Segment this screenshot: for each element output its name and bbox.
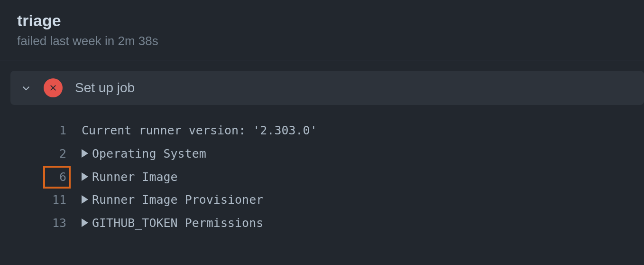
log-text[interactable]: Operating System [82,142,206,166]
log-text[interactable]: Runner Image [82,166,178,189]
log-content: Set up job 1Current runner version: '2.3… [0,60,644,235]
log-line[interactable]: 11Runner Image Provisioner [10,189,644,212]
log-line[interactable]: 13GITHUB_TOKEN Permissions [10,212,644,235]
expand-triangle-icon [82,218,88,227]
line-number[interactable]: 13 [10,212,82,235]
line-number[interactable]: 6 [10,166,82,189]
line-number[interactable]: 2 [10,142,82,166]
chevron-down-icon [20,82,32,94]
job-header: triage failed last week in 2m 38s [0,0,644,60]
line-number[interactable]: 1 [10,119,82,142]
log-text[interactable]: GITHUB_TOKEN Permissions [82,212,263,235]
step-row[interactable]: Set up job [10,71,644,105]
expand-triangle-icon [82,149,88,158]
job-title: triage [17,11,644,30]
step-title: Set up job [75,80,135,95]
job-status: failed last week in 2m 38s [17,34,644,48]
log-line[interactable]: 6Runner Image [10,166,644,189]
expand-triangle-icon [82,195,88,204]
log-line: 1Current runner version: '2.303.0' [10,119,644,142]
log-text[interactable]: Runner Image Provisioner [82,189,263,212]
log-lines-container: 1Current runner version: '2.303.0'2Opera… [10,105,644,235]
log-line[interactable]: 2Operating System [10,142,644,166]
line-number[interactable]: 11 [10,189,82,212]
expand-triangle-icon [82,172,88,181]
failure-icon [44,78,63,97]
log-text: Current runner version: '2.303.0' [82,119,317,142]
